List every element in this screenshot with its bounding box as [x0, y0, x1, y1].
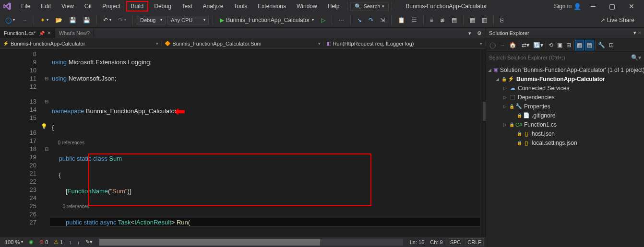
localsettings-node[interactable]: 🔒 {} local.settings.json — [486, 138, 644, 147]
menu-build[interactable]: Build — [126, 1, 149, 12]
se-preview-button[interactable]: ▤ — [585, 40, 594, 50]
solution-tree[interactable]: ◢ ▣ Solution 'Bunmis-FunctionApp-Calcula… — [486, 63, 644, 247]
lock-icon: 🔒 — [501, 77, 507, 82]
function-app-icon: ⚡ — [508, 76, 514, 82]
nav-member-dropdown[interactable]: ◧ Run(HttpRequest req, ILogger log)▾ — [324, 41, 486, 47]
solution-search[interactable]: 🔍▾ — [486, 52, 644, 63]
brush-button[interactable]: ✎▾ — [83, 239, 95, 245]
tb-btn-d[interactable]: ▥ — [479, 15, 489, 25]
menu-help[interactable]: Help — [323, 1, 345, 12]
tb-step-into[interactable]: ↘ — [355, 15, 364, 25]
new-project-button[interactable]: ✦▾ — [38, 15, 51, 25]
menu-window[interactable]: Window — [292, 1, 322, 12]
function1-node[interactable]: ▷ 🔒 C# Function1.cs — [486, 120, 644, 129]
panel-dropdown-icon[interactable]: ▾ — [633, 30, 636, 36]
menu-test[interactable]: Test — [177, 1, 197, 12]
nav-fwd-button[interactable]: → — [19, 15, 30, 25]
dependencies-node[interactable]: ▷ ⬚ Dependencies — [486, 93, 644, 102]
close-tab-icon[interactable]: × — [48, 30, 51, 36]
se-pending-button[interactable]: 🔃▾ — [532, 40, 545, 50]
menu-file[interactable]: File — [16, 1, 35, 12]
search-box[interactable]: 🔍 Search ▾ — [350, 2, 389, 11]
se-show-all-button[interactable]: ▦ — [575, 40, 584, 50]
nav-back-button[interactable]: ◯▾ — [3, 15, 17, 25]
project-node[interactable]: ◢ 🔒 ⚡ Bunmis-FunctionApp-Calculator — [486, 74, 644, 83]
horizontal-scrollbar[interactable] — [99, 239, 403, 246]
menu-analyze[interactable]: Analyze — [198, 1, 228, 12]
se-switch-views-button[interactable]: ⇄▾ — [520, 40, 531, 50]
tb-comment[interactable]: ≡ — [428, 15, 436, 25]
menu-view[interactable]: View — [57, 1, 79, 12]
code-content[interactable]: using Microsoft.Extensions.Logging; usin… — [50, 49, 480, 236]
config-dropdown[interactable]: Debug▾ — [137, 16, 166, 24]
lightbulb-icon[interactable]: 💡 — [41, 123, 48, 129]
tab-overflow-button[interactable]: ▾ — [466, 29, 473, 37]
hostjson-node[interactable]: 🔒 {} host.json — [486, 129, 644, 138]
tab-function1[interactable]: Function1.cs* 📌 × — [0, 28, 55, 38]
panel-close-icon[interactable]: × — [638, 30, 641, 36]
start-debug-button[interactable]: ▶ Bunmis_FunctionApp_Calculator ▾ — [217, 16, 317, 24]
nav-project-dropdown[interactable]: ⚡ Bunmis-FunctionApp-Calculator▾ — [0, 41, 162, 47]
col-indicator[interactable]: Ch: 9 — [427, 238, 445, 246]
minimize-button[interactable]: ─ — [587, 0, 599, 12]
start-no-debug-button[interactable]: ▷ — [319, 15, 328, 25]
nav-up-button[interactable]: ↑ — [66, 239, 74, 245]
tb-btn-c[interactable]: ▦ — [467, 15, 477, 25]
app-title: Bunmis-FunctionApp-Calculator — [401, 1, 491, 12]
tb-btn-b[interactable]: ☰ — [409, 15, 419, 25]
line-ending-indicator[interactable]: CRLF — [465, 238, 484, 246]
tb-btn-1[interactable]: ⋯ — [336, 15, 346, 25]
se-home-button[interactable]: 🏠 — [508, 40, 518, 50]
warnings-count[interactable]: ⚠ 1 — [51, 239, 66, 245]
tab-settings-button[interactable]: ⚙ — [475, 29, 484, 37]
csharp-project-icon: ⚡ — [3, 41, 9, 46]
search-label: Search — [363, 3, 380, 9]
spaces-indicator[interactable]: SPC — [448, 238, 464, 246]
gitignore-node[interactable]: 🔒 📄 .gitignore — [486, 111, 644, 120]
live-share-button[interactable]: ↗ Live Share — [600, 17, 641, 24]
platform-dropdown[interactable]: Any CPU▾ — [167, 16, 209, 24]
menu-project[interactable]: Project — [97, 1, 125, 12]
minimap[interactable] — [480, 49, 486, 236]
pin-icon[interactable]: 📌 — [39, 31, 45, 36]
solution-search-input[interactable] — [489, 55, 631, 60]
se-view-button[interactable]: ⊡ — [608, 40, 615, 50]
undo-button[interactable]: ↶▾ — [101, 15, 114, 25]
menu-edit[interactable]: Edit — [36, 1, 56, 12]
se-properties-button[interactable]: 🔧 — [596, 40, 607, 50]
code-editor[interactable]: 8 9 10 11 12 13 14 15 16 17 18 19 20 21 … — [0, 49, 486, 236]
save-all-button[interactable]: 💾 — [81, 15, 93, 25]
tb-step-out[interactable]: ⇲ — [378, 15, 387, 25]
errors-count[interactable]: ⊘ 0 — [36, 239, 51, 245]
nav-down-button[interactable]: ↓ — [74, 239, 83, 245]
fold-column[interactable]: ⊟ ⊟ ⊟ — [43, 49, 50, 236]
menu-debug[interactable]: Debug — [149, 1, 176, 12]
save-button[interactable]: 💾 — [67, 15, 79, 25]
properties-node[interactable]: ▷ 🔒 🔧 Properties — [486, 102, 644, 111]
open-file-button[interactable]: 📂 — [53, 15, 65, 25]
se-filter-button[interactable]: ▣ — [556, 40, 564, 50]
connected-services-node[interactable]: ▷ ☁ Connected Services — [486, 83, 644, 93]
solution-node[interactable]: ◢ ▣ Solution 'Bunmis-FunctionApp-Calcula… — [486, 65, 644, 74]
tb-btn-e[interactable]: ⎘ — [498, 15, 506, 25]
menu-extensions[interactable]: Extensions — [253, 1, 291, 12]
menu-git[interactable]: Git — [80, 1, 96, 12]
close-button[interactable]: ✕ — [625, 0, 638, 12]
se-fwd-button[interactable]: → — [498, 40, 507, 50]
nav-type-dropdown[interactable]: 🔶 Bunmis_FunctionApp_Calculator.Sum▾ — [162, 41, 323, 47]
no-issues-button[interactable]: ◉ — [26, 239, 36, 245]
se-collapse-button[interactable]: ⊟ — [565, 40, 572, 50]
tb-uncomment[interactable]: ≢ — [438, 15, 447, 25]
se-sync-button[interactable]: ⟲ — [547, 40, 555, 50]
tb-bookmark[interactable]: ▤ — [449, 15, 459, 25]
sign-in-button[interactable]: Sign in 👤 — [554, 3, 581, 10]
tb-step-over[interactable]: ↷ — [366, 15, 376, 25]
menu-tools[interactable]: Tools — [229, 1, 252, 12]
maximize-button[interactable]: ▢ — [605, 0, 619, 12]
zoom-dropdown[interactable]: 100 % ▾ — [2, 239, 26, 245]
redo-button[interactable]: ↷▾ — [116, 15, 129, 25]
tb-btn-a[interactable]: 📋 — [395, 15, 407, 25]
line-indicator[interactable]: Ln: 16 — [407, 238, 428, 246]
se-back-button[interactable]: ◯ — [488, 40, 497, 50]
tab-whatsnew[interactable]: What's New? — [55, 29, 94, 37]
